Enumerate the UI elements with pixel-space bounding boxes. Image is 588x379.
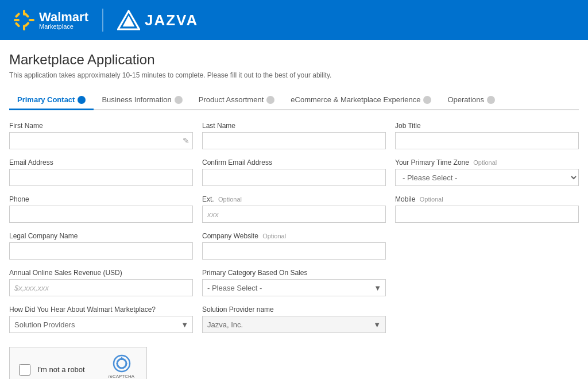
first-name-input[interactable] <box>9 132 193 149</box>
email-input[interactable] <box>9 169 193 186</box>
phone-label: Phone <box>9 195 193 203</box>
last-name-input[interactable] <box>202 132 386 149</box>
tab-product-assortment-label: Product Assortment <box>199 95 264 104</box>
annual-sales-input[interactable] <box>9 279 193 296</box>
how-hear-select[interactable]: Solution Providers <box>9 316 193 333</box>
tab-business-dot <box>175 96 183 104</box>
primary-contact-form: First Name ✎ Last Name Job Title Email A… <box>9 122 579 379</box>
walmart-logo-group: Walmart Marketplace <box>14 10 88 30</box>
primary-category-label: Primary Category Based On Sales <box>202 269 386 277</box>
mobile-label: Mobile Optional <box>395 195 579 203</box>
tab-product-assortment[interactable]: Product Assortment <box>191 91 283 110</box>
captcha-row: I'm not a robot reCAPTCHA <box>9 342 579 379</box>
recaptcha-icon <box>113 354 131 373</box>
primary-category-group: Primary Category Based On Sales - Please… <box>202 269 386 296</box>
tab-business-information[interactable]: Business Information <box>94 91 190 110</box>
svg-rect-2 <box>14 19 20 21</box>
mobile-group: Mobile Optional <box>395 195 579 223</box>
captcha-checkbox[interactable] <box>19 364 30 376</box>
legal-company-group: Legal Company Name <box>9 232 193 260</box>
ext-group: Ext. Optional <box>202 195 386 223</box>
confirm-email-group: Confirm Email Address <box>202 158 386 186</box>
tab-ecommerce[interactable]: eCommerce & Marketplace Experience <box>283 91 439 110</box>
timezone-select[interactable]: - Please Select - <box>395 169 579 186</box>
company-website-group: Company Website Optional <box>202 232 386 260</box>
job-title-label: Job Title <box>395 122 579 130</box>
tab-ecommerce-dot <box>423 96 431 104</box>
captcha-box[interactable]: I'm not a robot reCAPTCHA <box>9 347 147 379</box>
walmart-text-group: Walmart Marketplace <box>39 11 88 30</box>
tab-ecommerce-label: eCommerce & Marketplace Experience <box>291 95 420 104</box>
company-website-input[interactable] <box>202 242 386 260</box>
annual-sales-group: Annual Online Sales Revenue (USD) <box>9 269 193 296</box>
job-title-group: Job Title <box>395 122 579 149</box>
mobile-input[interactable] <box>395 206 579 223</box>
confirm-email-label: Confirm Email Address <box>202 158 386 167</box>
solution-provider-label: Solution Provider name <box>202 305 386 314</box>
svg-rect-3 <box>29 19 34 21</box>
jazva-name: JAZVA <box>145 11 198 29</box>
tab-primary-contact-label: Primary Contact <box>17 95 75 104</box>
tab-operations[interactable]: Operations <box>439 91 503 110</box>
form-row-3: Phone Ext. Optional Mobile Optional <box>9 195 579 223</box>
first-name-label: First Name <box>9 122 193 130</box>
solution-provider-arrow-icon: ▼ <box>373 320 381 329</box>
main-content: Marketplace Application This application… <box>0 40 588 379</box>
ext-input[interactable] <box>202 206 386 223</box>
tab-primary-contact[interactable]: Primary Contact <box>9 91 94 110</box>
form-row-1: First Name ✎ Last Name Job Title <box>9 122 579 149</box>
form-row-6: How Did You Hear About Walmart Marketpla… <box>9 305 579 333</box>
how-hear-label: How Did You Hear About Walmart Marketpla… <box>9 305 193 314</box>
primary-category-select-wrap: - Please Select - ▼ <box>202 279 386 296</box>
svg-rect-7 <box>15 22 21 28</box>
captcha-label: I'm not a robot <box>37 365 99 374</box>
app-header: Walmart Marketplace JAZVA <box>0 0 588 40</box>
jazva-triangle-icon <box>117 10 140 30</box>
walmart-name: Walmart <box>39 11 88 24</box>
how-hear-select-wrap: Solution Providers ▼ <box>9 316 193 333</box>
page-title: Marketplace Application <box>9 52 579 68</box>
confirm-email-input[interactable] <box>202 169 386 186</box>
tab-product-dot <box>266 96 274 104</box>
captcha-container: I'm not a robot reCAPTCHA <box>9 342 147 379</box>
phone-group: Phone <box>9 195 193 223</box>
ext-label: Ext. Optional <box>202 195 386 203</box>
last-name-group: Last Name <box>202 122 386 149</box>
solution-provider-value: Jazva, Inc. <box>207 320 243 329</box>
first-name-group: First Name ✎ <box>9 122 193 149</box>
phone-input[interactable] <box>9 206 193 223</box>
company-website-label: Company Website Optional <box>202 232 386 240</box>
page-subtitle: This application takes approximately 10-… <box>9 71 579 79</box>
header-divider <box>102 9 103 32</box>
legal-company-input[interactable] <box>9 242 193 260</box>
tab-operations-label: Operations <box>447 95 484 104</box>
first-name-edit-icon: ✎ <box>183 136 189 145</box>
legal-company-label: Legal Company Name <box>9 232 193 240</box>
solution-provider-display: Jazva, Inc. ▼ <box>202 316 386 333</box>
recaptcha-text: reCAPTCHA Privacy - Terms <box>106 374 137 379</box>
walmart-spark-icon <box>14 10 34 30</box>
last-name-label: Last Name <box>202 122 386 130</box>
job-title-input[interactable] <box>395 132 579 149</box>
how-hear-group: How Did You Hear About Walmart Marketpla… <box>9 305 193 333</box>
tab-operations-dot <box>487 96 495 104</box>
annual-sales-label: Annual Online Sales Revenue (USD) <box>9 269 193 277</box>
tab-business-information-label: Business Information <box>102 95 171 104</box>
primary-category-select[interactable]: - Please Select - <box>202 279 386 296</box>
solution-provider-group: Solution Provider name Jazva, Inc. ▼ <box>202 305 386 333</box>
jazva-logo-group: JAZVA <box>117 10 198 30</box>
svg-rect-5 <box>24 22 30 28</box>
first-name-input-wrap: ✎ <box>9 132 193 149</box>
tab-primary-contact-dot <box>78 96 86 104</box>
timezone-group: Your Primary Time Zone Optional - Please… <box>395 158 579 186</box>
email-label: Email Address <box>9 158 193 167</box>
walmart-subtitle: Marketplace <box>39 24 74 30</box>
form-row-2: Email Address Confirm Email Address Your… <box>9 158 579 186</box>
form-row-5: Annual Online Sales Revenue (USD) Primar… <box>9 269 579 296</box>
tab-bar: Primary Contact Business Information Pro… <box>9 91 579 110</box>
timezone-label: Your Primary Time Zone Optional <box>395 158 579 167</box>
svg-rect-4 <box>15 13 21 18</box>
recaptcha-logo: reCAPTCHA Privacy - Terms <box>106 354 137 379</box>
form-row-4: Legal Company Name Company Website Optio… <box>9 232 579 260</box>
email-group: Email Address <box>9 158 193 186</box>
